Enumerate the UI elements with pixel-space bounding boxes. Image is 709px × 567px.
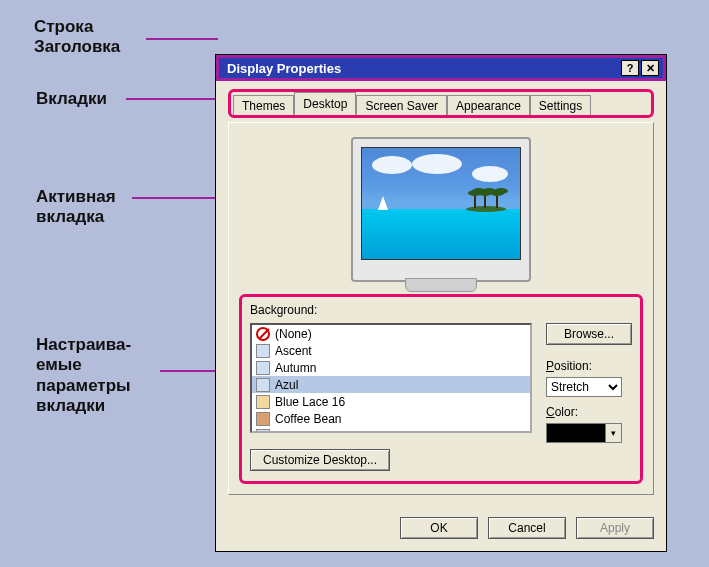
titlebar[interactable]: Display Properties ? ✕ [216,55,666,81]
tab-desktop[interactable]: Desktop [294,92,356,115]
list-item-label: Crystal [275,429,312,434]
list-item-label: Azul [275,378,298,392]
tab-appearance[interactable]: Appearance [447,95,530,115]
dialog-button-row: OK Cancel Apply [216,507,666,551]
ok-button[interactable]: OK [400,517,478,539]
list-item[interactable]: Autumn [252,359,530,376]
chevron-down-icon: ▾ [605,424,621,442]
list-item-label: (None) [275,327,312,341]
none-icon [256,327,270,341]
list-item-label: Ascent [275,344,312,358]
annotation-titlebar: Строка Заголовка [34,17,120,58]
browse-button[interactable]: Browse... [546,323,632,345]
tab-screensaver[interactable]: Screen Saver [356,95,447,115]
image-icon [256,429,270,434]
annotation-tabs: Вкладки [36,89,107,109]
display-properties-dialog: Display Properties ? ✕ Themes Desktop Sc… [215,54,667,552]
apply-button[interactable]: Apply [576,517,654,539]
cancel-button[interactable]: Cancel [488,517,566,539]
color-label: Color: [546,405,632,419]
customize-desktop-button[interactable]: Customize Desktop... [250,449,390,471]
image-icon [256,344,270,358]
annotation-line [126,98,226,100]
list-item-label: Blue Lace 16 [275,395,345,409]
image-icon [256,412,270,426]
color-picker[interactable]: ▾ [546,423,622,443]
settings-group: Background: (None) Ascent Autumn [239,294,643,484]
image-icon [256,361,270,375]
tab-themes[interactable]: Themes [233,95,294,115]
monitor-preview-icon [351,137,531,282]
image-icon [256,395,270,409]
annotation-settings: Настраива- емые параметры вкладки [36,335,131,417]
background-label: Background: [250,303,632,317]
tab-strip: Themes Desktop Screen Saver Appearance S… [228,89,654,118]
list-item[interactable]: (None) [252,325,530,342]
tab-settings[interactable]: Settings [530,95,591,115]
list-item[interactable]: Blue Lace 16 [252,393,530,410]
window-title: Display Properties [227,61,341,76]
close-button[interactable]: ✕ [641,60,659,76]
position-select[interactable]: Stretch [546,377,622,397]
background-listbox[interactable]: (None) Ascent Autumn Azul [250,323,532,433]
list-item[interactable]: Coffee Bean [252,410,530,427]
list-item[interactable]: Ascent [252,342,530,359]
help-button[interactable]: ? [621,60,639,76]
customize-desktop-label: Customize Desktop... [263,453,377,467]
list-item[interactable]: Crystal [252,427,530,433]
list-item-label: Coffee Bean [275,412,342,426]
annotation-active-tab: Активная вкладка [36,187,116,228]
image-icon [256,378,270,392]
position-label: Position: [546,359,632,373]
wallpaper-preview [361,147,521,260]
list-item[interactable]: Azul [252,376,530,393]
annotation-line [146,38,218,40]
annotation-line [132,197,224,199]
list-item-label: Autumn [275,361,316,375]
